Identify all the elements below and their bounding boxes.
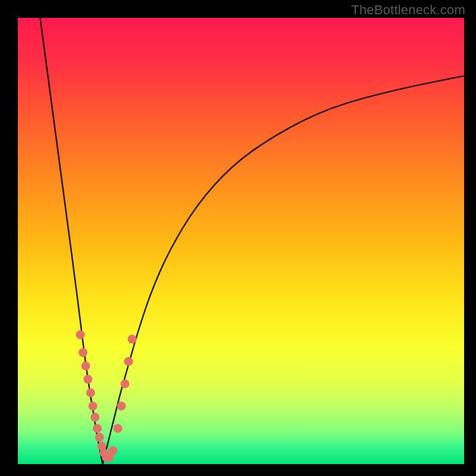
- marker-dot: [121, 380, 130, 389]
- marker-dot: [76, 330, 85, 339]
- marker-dot: [93, 424, 102, 433]
- chart-container: TheBottleneck.com: [0, 0, 476, 476]
- marker-dot: [108, 446, 117, 455]
- curve-right: [103, 76, 465, 465]
- marker-dot: [83, 375, 92, 384]
- marker-dot: [117, 402, 126, 411]
- marker-dots: [76, 330, 137, 462]
- watermark-text: TheBottleneck.com: [351, 2, 465, 18]
- marker-dot: [90, 413, 99, 422]
- marker-dot: [86, 389, 95, 397]
- plot-area: [18, 18, 464, 464]
- marker-dot: [89, 402, 98, 411]
- marker-dot: [128, 335, 137, 344]
- marker-dot: [124, 357, 133, 366]
- marker-dot: [95, 433, 104, 442]
- curve-left: [40, 18, 103, 464]
- marker-dot: [79, 348, 87, 357]
- marker-dot: [82, 362, 90, 371]
- marker-dot: [114, 424, 123, 433]
- curve-layer: [18, 18, 464, 464]
